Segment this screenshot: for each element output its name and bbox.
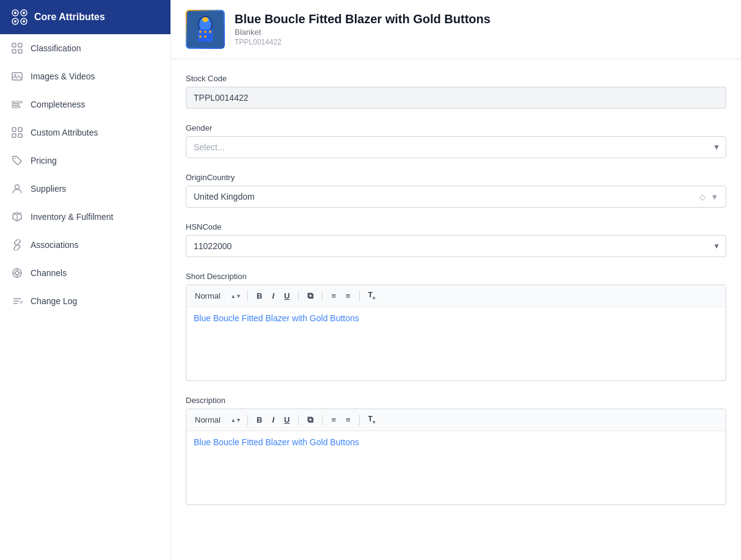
ordered-list-button[interactable]: ≡ — [327, 289, 340, 302]
svg-point-38 — [209, 31, 211, 33]
sidebar-item-label: Custom Attributes — [31, 128, 98, 137]
svg-point-24 — [15, 271, 19, 275]
stock-code-label: Stock Code — [186, 74, 726, 83]
sidebar-item-label: Associations — [31, 240, 79, 250]
product-image — [186, 10, 225, 49]
desc-unordered-list-button[interactable]: ≡ — [342, 413, 354, 426]
stock-code-field: Stock Code — [186, 74, 726, 109]
core-attributes-icon — [11, 9, 28, 26]
svg-point-22 — [15, 185, 20, 189]
svg-rect-17 — [12, 128, 16, 131]
sidebar-item-classification[interactable]: Classification — [0, 34, 170, 62]
svg-point-21 — [15, 158, 16, 159]
link-icon — [11, 239, 23, 251]
toolbar-divider-4 — [359, 291, 360, 302]
image-icon — [11, 70, 23, 82]
sidebar-item-associations[interactable]: Associations — [0, 231, 170, 259]
form-area: Stock Code Gender Select... Male Female … — [171, 59, 741, 520]
sidebar-item-label: Pricing — [31, 156, 57, 165]
product-brand: Blanket — [235, 27, 491, 37]
link-button[interactable]: ⧉ — [304, 289, 317, 303]
channels-icon — [11, 267, 23, 279]
bold-button[interactable]: B — [253, 289, 266, 302]
svg-rect-11 — [18, 49, 22, 53]
desc-link-button[interactable]: ⧉ — [304, 413, 317, 427]
stock-code-input[interactable] — [186, 87, 726, 109]
svg-rect-8 — [12, 43, 16, 47]
clear-format-button[interactable]: Tx — [365, 289, 379, 302]
svg-point-40 — [204, 35, 206, 38]
hsn-code-wrapper: ▼ — [186, 235, 726, 257]
sidebar-item-pricing[interactable]: Pricing — [0, 147, 170, 175]
box-icon — [11, 211, 23, 223]
sidebar-item-channels[interactable]: Channels — [0, 259, 170, 287]
sidebar-item-custom-attributes[interactable]: Custom Attributes — [0, 118, 170, 147]
description-content[interactable]: Blue Boucle Fitted Blazer with Gold Butt… — [194, 437, 359, 447]
svg-rect-19 — [12, 134, 16, 137]
description-body[interactable]: Blue Boucle Fitted Blazer with Gold Butt… — [186, 431, 726, 504]
italic-button[interactable]: I — [268, 289, 278, 302]
svg-point-39 — [199, 35, 202, 38]
desc-clear-format-button[interactable]: Tx — [365, 413, 379, 426]
main-content: Blue Boucle Fitted Blazer with Gold Butt… — [171, 0, 741, 560]
format-select-wrapper: Normal Heading 1 Heading 2 ▲▼ — [192, 290, 243, 302]
desc-toolbar-divider-1 — [247, 415, 248, 426]
origin-country-field: OriginCountry ◇ ▼ — [186, 173, 726, 208]
unordered-list-button[interactable]: ≡ — [342, 289, 354, 302]
underline-button[interactable]: U — [280, 289, 293, 302]
sidebar-item-label: Inventory & Fulfilment — [31, 212, 113, 222]
clear-icon[interactable]: ◇ — [697, 192, 708, 202]
desc-underline-button[interactable]: U — [280, 413, 293, 426]
svg-rect-18 — [18, 128, 22, 131]
sidebar-item-label: Change Log — [31, 296, 77, 306]
svg-rect-16 — [12, 106, 20, 108]
gender-field: Gender Select... Male Female Unisex ▼ — [186, 123, 726, 158]
short-description-content[interactable]: Blue Boucle Fitted Blazer with Gold Butt… — [194, 313, 359, 323]
desc-format-select[interactable]: Normal Heading 1 Heading 2 — [192, 414, 243, 426]
origin-country-label: OriginCountry — [186, 173, 726, 182]
svg-rect-14 — [12, 101, 22, 103]
origin-country-input[interactable] — [186, 186, 697, 207]
person-icon — [11, 183, 23, 195]
desc-toolbar-divider-4 — [359, 415, 360, 426]
product-thumbnail — [187, 11, 224, 48]
sidebar-item-inventory-fulfilment[interactable]: Inventory & Fulfilment — [0, 203, 170, 231]
sidebar-item-change-log[interactable]: Change Log — [0, 287, 170, 315]
sidebar-item-suppliers[interactable]: Suppliers — [0, 175, 170, 203]
product-title: Blue Boucle Fitted Blazer with Gold Butt… — [235, 12, 491, 26]
sidebar-header-title: Core Attributes — [34, 12, 105, 23]
svg-rect-20 — [18, 134, 22, 137]
sidebar-item-images-videos[interactable]: Images & Videos — [0, 62, 170, 90]
custom-grid-icon — [11, 126, 23, 139]
completeness-icon — [11, 98, 23, 111]
sidebar-header[interactable]: Core Attributes — [0, 0, 170, 34]
short-description-toolbar: Normal Heading 1 Heading 2 ▲▼ B I U ⧉ ≡ … — [186, 285, 726, 307]
svg-point-5 — [23, 12, 25, 14]
gender-select[interactable]: Select... Male Female Unisex — [186, 136, 726, 158]
origin-field-actions: ◇ ▼ — [697, 192, 726, 202]
toolbar-divider-3 — [322, 291, 323, 302]
desc-ordered-list-button[interactable]: ≡ — [327, 413, 340, 426]
svg-point-4 — [14, 12, 16, 14]
sidebar-item-completeness[interactable]: Completeness — [0, 90, 170, 118]
origin-country-wrapper: ◇ ▼ — [186, 186, 726, 208]
toolbar-divider-1 — [247, 291, 248, 302]
desc-toolbar-divider-3 — [322, 415, 323, 426]
hsn-code-input[interactable] — [186, 235, 726, 257]
product-code: TPPL0014422 — [235, 38, 491, 46]
toolbar-divider-2 — [298, 291, 299, 302]
desc-bold-button[interactable]: B — [253, 413, 266, 426]
svg-point-6 — [14, 20, 16, 23]
tag-icon — [11, 155, 23, 167]
svg-point-37 — [204, 31, 206, 33]
format-select[interactable]: Normal Heading 1 Heading 2 — [192, 290, 243, 302]
chevron-down-icon[interactable]: ▼ — [708, 192, 721, 202]
desc-italic-button[interactable]: I — [268, 413, 278, 426]
short-description-label: Short Description — [186, 272, 726, 281]
svg-point-7 — [23, 20, 25, 23]
product-info: Blue Boucle Fitted Blazer with Gold Butt… — [235, 12, 491, 46]
hsn-code-field: HSNCode ▼ — [186, 222, 726, 257]
description-label: Description — [186, 396, 726, 405]
svg-rect-10 — [12, 49, 16, 53]
short-description-body[interactable]: Blue Boucle Fitted Blazer with Gold Butt… — [186, 307, 726, 380]
